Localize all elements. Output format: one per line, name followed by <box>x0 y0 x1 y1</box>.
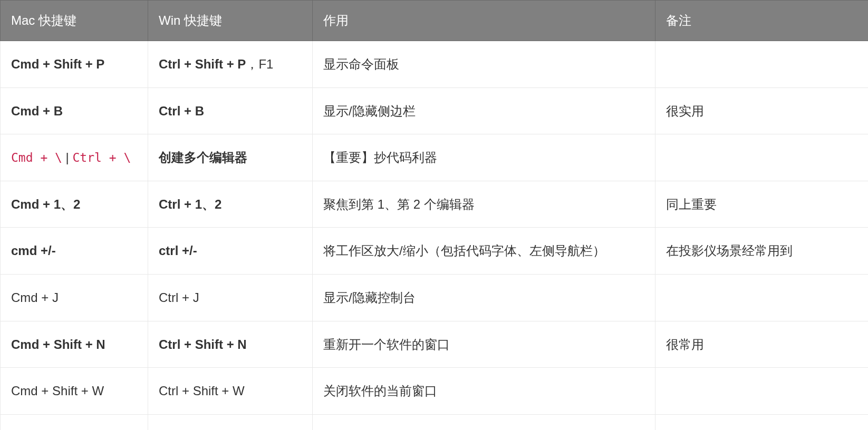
cell-note <box>655 368 869 415</box>
shortcut-text: cmd +/- <box>11 243 56 258</box>
table-row: cmd +/- ctrl +/- 将工作区放大/缩小（包括代码字体、左侧导航栏）… <box>1 228 869 275</box>
table-header-row: Mac 快捷键 Win 快捷键 作用 备注 <box>1 1 869 41</box>
table-row: Cmd + B Ctrl + B 显示/隐藏侧边栏 很实用 <box>1 87 869 134</box>
shortcuts-table: Mac 快捷键 Win 快捷键 作用 备注 Cmd + Shift + P Ct… <box>0 0 868 430</box>
header-win: Win 快捷键 <box>148 1 313 41</box>
shortcut-text: Ctrl + Shift + P <box>159 57 246 71</box>
cell-note: 同上重要 <box>655 181 869 228</box>
cell-function: 关闭软件的当前窗口 <box>313 368 655 415</box>
cell-function: 显示/隐藏侧边栏 <box>313 87 655 134</box>
cell-mac: Cmd + Shift + P <box>1 41 148 88</box>
shortcut-text: Ctrl + Shift + N <box>159 337 247 351</box>
cell-function: 显示命令面板 <box>313 41 655 88</box>
shortcut-text-plain: ，F1 <box>246 57 273 71</box>
table-row: Cmd + Shift + P Ctrl + Shift + P，F1 显示命令… <box>1 41 869 88</box>
shortcut-text: Ctrl + 1、2 <box>159 197 221 211</box>
cell-mac: Cmd + \ | Ctrl + \ <box>1 134 148 181</box>
cell-note <box>655 134 869 181</box>
shortcut-text: 创建多个编辑器 <box>159 150 247 164</box>
cell-win: ctrl +/- <box>148 228 313 275</box>
shortcut-text: Cmd + J <box>11 290 59 305</box>
header-note: 备注 <box>655 1 869 41</box>
cell-win: Ctrl + Shift + W <box>148 368 313 415</box>
cell-note <box>655 41 869 88</box>
shortcut-code: Cmd + \ <box>11 151 62 164</box>
cell-mac: Cmd + Shift + W <box>1 368 148 415</box>
shortcut-text: ctrl +/- <box>159 243 197 258</box>
cell-mac: Cmd + 1、2 <box>1 181 148 228</box>
table-row: Cmd + N Ctrl + N 新建文件 <box>1 414 869 430</box>
cell-mac: cmd +/- <box>1 228 148 275</box>
shortcut-sep: | <box>62 150 73 164</box>
cell-note: 很实用 <box>655 87 869 134</box>
cell-mac: Cmd + Shift + N <box>1 321 148 368</box>
cell-function: 聚焦到第 1、第 2 个编辑器 <box>313 181 655 228</box>
shortcut-text: Ctrl + Shift + W <box>159 384 245 398</box>
cell-win: Ctrl + J <box>148 274 313 321</box>
cell-note: 在投影仪场景经常用到 <box>655 228 869 275</box>
cell-mac: Cmd + N <box>1 414 148 430</box>
cell-mac: Cmd + B <box>1 87 148 134</box>
shortcut-text: Ctrl + B <box>159 104 204 118</box>
cell-note: 很常用 <box>655 321 869 368</box>
shortcut-text: Cmd + Shift + N <box>11 337 105 351</box>
header-mac: Mac 快捷键 <box>1 1 148 41</box>
shortcut-text: Cmd + Shift + P <box>11 57 104 71</box>
cell-win: Ctrl + 1、2 <box>148 181 313 228</box>
cell-win: Ctrl + B <box>148 87 313 134</box>
table-row: Cmd + 1、2 Ctrl + 1、2 聚焦到第 1、第 2 个编辑器 同上重… <box>1 181 869 228</box>
cell-function: 新建文件 <box>313 414 655 430</box>
shortcut-text: Cmd + 1、2 <box>11 197 80 211</box>
cell-win: Ctrl + Shift + P，F1 <box>148 41 313 88</box>
cell-function: 重新开一个软件的窗口 <box>313 321 655 368</box>
cell-note <box>655 414 869 430</box>
shortcut-text: Cmd + Shift + W <box>11 384 104 398</box>
header-function: 作用 <box>313 1 655 41</box>
shortcut-code: Ctrl + \ <box>73 151 131 164</box>
cell-function: 显示/隐藏控制台 <box>313 274 655 321</box>
cell-mac: Cmd + J <box>1 274 148 321</box>
table-row: Cmd + Shift + N Ctrl + Shift + N 重新开一个软件… <box>1 321 869 368</box>
cell-win: Ctrl + N <box>148 414 313 430</box>
cell-function: 将工作区放大/缩小（包括代码字体、左侧导航栏） <box>313 228 655 275</box>
shortcut-text: Ctrl + J <box>159 290 199 305</box>
cell-win: Ctrl + Shift + N <box>148 321 313 368</box>
cell-win: 创建多个编辑器 <box>148 134 313 181</box>
table-row: Cmd + J Ctrl + J 显示/隐藏控制台 <box>1 274 869 321</box>
shortcut-text: Cmd + B <box>11 104 63 118</box>
cell-function: 【重要】抄代码利器 <box>313 134 655 181</box>
cell-note <box>655 274 869 321</box>
table-row: Cmd + Shift + W Ctrl + Shift + W 关闭软件的当前… <box>1 368 869 415</box>
table-row: Cmd + \ | Ctrl + \ 创建多个编辑器 【重要】抄代码利器 <box>1 134 869 181</box>
